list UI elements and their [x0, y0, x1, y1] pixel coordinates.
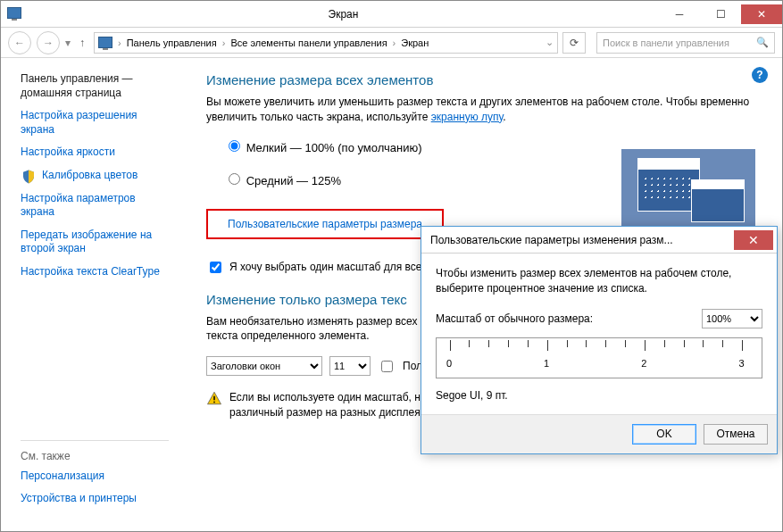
see-also-header: См. также	[21, 450, 169, 462]
radio-small-input[interactable]	[229, 140, 240, 152]
shield-icon	[21, 169, 37, 185]
dialog-title-text: Пользовательские параметры изменения раз…	[430, 234, 734, 246]
custom-scale-dialog: Пользовательские параметры изменения раз…	[421, 226, 778, 454]
window-root: Экран ─ ☐ ✕ ← → ▾ ↑ › Панель управления …	[0, 0, 783, 532]
sidebar-link-cleartype[interactable]: Настройка текста ClearType	[21, 265, 169, 279]
custom-size-highlight: Пользовательские параметры размера	[206, 209, 444, 239]
ruler-label: 1	[544, 358, 549, 369]
search-input[interactable]: Поиск в панели управления 🔍	[596, 32, 775, 54]
bold-checkbox[interactable]	[381, 361, 393, 372]
window-title: Экран	[28, 8, 659, 21]
ruler-label: 0	[446, 358, 452, 369]
sidebar-link-calibration[interactable]: Калибровка цветов	[42, 169, 137, 183]
breadcrumb-bar[interactable]: › Панель управления › Все элементы панел…	[94, 32, 558, 54]
one-scale-label: Я хочу выбрать один масштаб для всех	[229, 261, 427, 273]
breadcrumb-dropdown-icon[interactable]: ⌄	[546, 37, 554, 48]
heading-resize-all: Изменение размера всех элементов	[206, 72, 764, 87]
preview-image	[621, 149, 755, 229]
ruler[interactable]: 0 1 2 3	[436, 337, 762, 378]
close-button[interactable]: ✕	[741, 4, 782, 24]
magnifier-link[interactable]: экранную лупу	[431, 111, 504, 123]
titlebar: Экран ─ ☐ ✕	[1, 1, 782, 28]
sidebar-home[interactable]: Панель управления —домашняя страница	[21, 72, 169, 100]
dialog-titlebar[interactable]: Пользовательские параметры изменения раз…	[421, 227, 777, 254]
dialog-instructions: Чтобы изменить размер всех элементов на …	[436, 266, 762, 296]
search-placeholder: Поиск в панели управления	[603, 37, 729, 48]
up-button[interactable]: ↑	[76, 37, 88, 49]
recent-dropdown[interactable]: ▾	[65, 37, 71, 49]
scale-select[interactable]: 100%	[702, 309, 762, 328]
separator	[21, 440, 169, 441]
sidebar-link-resolution[interactable]: Настройка разрешения экрана	[21, 109, 169, 137]
window-icon	[1, 7, 28, 21]
dialog-close-button[interactable]: ✕	[734, 230, 773, 250]
breadcrumb-icon	[98, 37, 112, 48]
warning-icon	[206, 390, 222, 406]
navbar: ← → ▾ ↑ › Панель управления › Все элемен…	[1, 28, 782, 58]
cancel-button[interactable]: Отмена	[704, 424, 768, 445]
refresh-button[interactable]: ⟳	[562, 32, 586, 54]
element-select[interactable]: Заголовки окон	[206, 356, 322, 376]
breadcrumb-item[interactable]: Все элементы панели управления	[230, 37, 387, 48]
sidebar: Панель управления —домашняя страница Нас…	[1, 58, 179, 531]
ok-button[interactable]: OK	[632, 424, 696, 445]
svg-rect-0	[213, 396, 215, 401]
minimize-button[interactable]: ─	[659, 4, 700, 24]
sidebar-link-project[interactable]: Передать изображение навторой экран	[21, 229, 169, 256]
search-icon: 🔍	[756, 37, 769, 48]
custom-size-link[interactable]: Пользовательские параметры размера	[228, 218, 422, 230]
back-button[interactable]: ←	[8, 31, 31, 54]
font-sample-label: Segoe UI, 9 пт.	[436, 389, 762, 402]
svg-rect-1	[213, 402, 215, 403]
help-icon[interactable]: ?	[752, 67, 768, 83]
sidebar-link-devices[interactable]: Устройства и принтеры	[21, 492, 169, 506]
one-scale-checkbox[interactable]	[210, 262, 221, 273]
forward-button[interactable]: →	[37, 31, 60, 54]
sidebar-link-personalization[interactable]: Персонализация	[21, 470, 169, 484]
maximize-button[interactable]: ☐	[700, 4, 741, 24]
sidebar-link-params[interactable]: Настройка параметров экрана	[21, 192, 169, 220]
desc-resize-all: Вы можете увеличить или уменьшить размер…	[206, 95, 764, 125]
scale-label: Масштаб от обычного размера:	[436, 312, 593, 325]
breadcrumb-item[interactable]: Панель управления	[127, 37, 217, 48]
radio-medium-input[interactable]	[229, 173, 240, 185]
sidebar-link-brightness[interactable]: Настройка яркости	[21, 145, 169, 160]
dialog-footer: OK Отмена	[421, 414, 777, 453]
breadcrumb-item[interactable]: Экран	[401, 37, 429, 48]
ruler-label: 2	[641, 358, 646, 369]
fontsize-select[interactable]: 11	[329, 356, 371, 376]
ruler-label: 3	[739, 358, 745, 369]
